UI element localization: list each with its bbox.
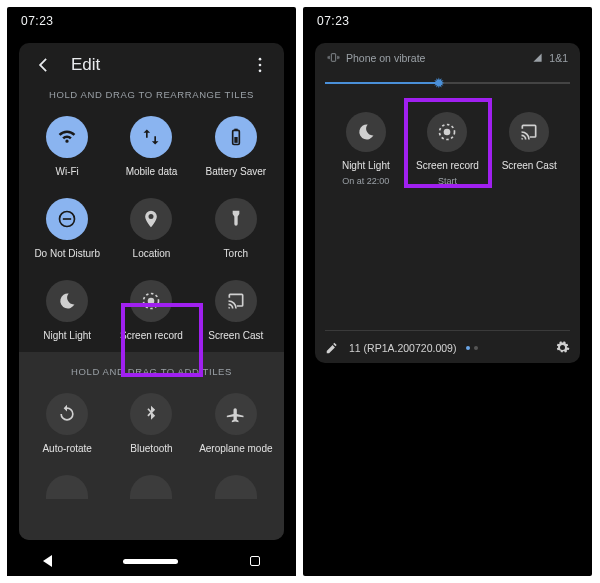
carrier-label: 1&1	[549, 52, 568, 64]
tile-battery-saver[interactable]: Battery Saver	[194, 110, 278, 184]
bluetooth-icon	[141, 404, 161, 424]
tile-location[interactable]: Location	[109, 192, 193, 266]
shade-tiles-grid: Night Light On at 22:00 Screen record St…	[325, 104, 570, 190]
swap-icon	[141, 127, 161, 147]
pencil-icon	[325, 341, 339, 355]
tile-night-light[interactable]: Night Light On at 22:00	[325, 108, 407, 190]
settings-button[interactable]	[555, 340, 570, 355]
tile-partial-1[interactable]	[25, 469, 109, 505]
status-bar: 07:23	[7, 7, 296, 35]
tile-screen-cast[interactable]: Screen Cast	[194, 274, 278, 348]
tile-bluetooth[interactable]: Bluetooth	[109, 387, 193, 461]
record-icon	[141, 291, 161, 311]
tile-night-light[interactable]: Night Light	[25, 274, 109, 348]
clock: 07:23	[317, 14, 350, 28]
quick-settings-shade: Phone on vibrate 1&1 ✹ Night Light On at…	[315, 43, 580, 363]
page-indicator	[466, 346, 478, 350]
rearrange-hint: HOLD AND DRAG TO REARRANGE TILES	[19, 83, 284, 108]
build-label: 11 (RP1A.200720.009)	[349, 342, 456, 354]
page-title: Edit	[71, 55, 232, 75]
moon-icon	[356, 122, 376, 142]
clock: 07:23	[21, 14, 54, 28]
brightness-thumb-icon: ✹	[433, 76, 447, 90]
tile-aeroplane[interactable]: Aeroplane mode	[194, 387, 278, 461]
gear-icon	[555, 340, 570, 355]
tile-screen-cast[interactable]: Screen Cast	[488, 108, 570, 190]
edit-tiles-button[interactable]	[325, 341, 339, 355]
vibrate-icon	[327, 51, 340, 64]
tile-mobile-data[interactable]: Mobile data	[109, 110, 193, 184]
back-button[interactable]	[33, 55, 53, 75]
nav-recents-button[interactable]	[250, 556, 260, 566]
ringer-status: Phone on vibrate	[346, 52, 425, 64]
overflow-menu-button[interactable]	[250, 55, 270, 75]
tile-partial-2[interactable]	[109, 469, 193, 505]
nav-bar	[7, 546, 296, 576]
tile-dnd[interactable]: Do Not Disturb	[25, 192, 109, 266]
nav-back-button[interactable]	[43, 555, 52, 567]
record-icon	[437, 122, 457, 142]
back-arrow-icon	[33, 55, 53, 75]
location-icon	[141, 209, 161, 229]
tile-screen-record[interactable]: Screen record	[109, 274, 193, 348]
edit-panel: Edit HOLD AND DRAG TO REARRANGE TILES Wi…	[19, 43, 284, 540]
active-tiles-grid: Wi-Fi Mobile data Battery Saver Do Not D…	[19, 108, 284, 352]
signal-icon	[532, 52, 543, 63]
tile-partial-3[interactable]	[194, 469, 278, 505]
tile-screen-record[interactable]: Screen record Start	[407, 108, 489, 190]
dnd-icon	[57, 209, 77, 229]
add-hint: HOLD AND DRAG TO ADD TILES	[19, 360, 284, 385]
cast-icon	[226, 291, 246, 311]
moon-icon	[57, 291, 77, 311]
wifi-icon	[57, 127, 77, 147]
tile-wifi[interactable]: Wi-Fi	[25, 110, 109, 184]
divider	[325, 330, 570, 331]
cast-icon	[519, 122, 539, 142]
rotate-icon	[57, 404, 77, 424]
battery-icon	[226, 127, 246, 147]
nav-home-button[interactable]	[123, 559, 178, 564]
tile-auto-rotate[interactable]: Auto-rotate	[25, 387, 109, 461]
add-tiles-grid: Auto-rotate Bluetooth Aeroplane mode	[19, 385, 284, 509]
shade-footer: 11 (RP1A.200720.009)	[325, 340, 570, 355]
brightness-slider[interactable]: ✹	[325, 76, 570, 90]
status-bar: 07:23	[303, 7, 592, 35]
torch-icon	[226, 209, 246, 229]
overflow-icon	[250, 55, 270, 75]
plane-icon	[226, 404, 246, 424]
tile-torch[interactable]: Torch	[194, 192, 278, 266]
